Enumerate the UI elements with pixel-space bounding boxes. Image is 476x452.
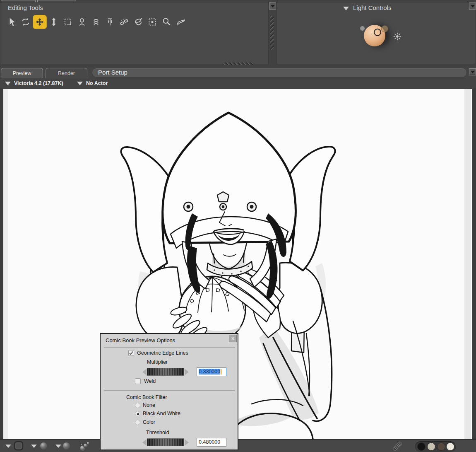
threshold-slider[interactable] [142,438,189,446]
foreground-color-swatch[interactable] [417,442,426,451]
tab-render[interactable]: Render [46,68,87,78]
actor-menu-label[interactable]: No Actor [86,80,108,86]
color-tool[interactable] [131,15,145,29]
slider-right-arrow[interactable] [185,439,189,446]
create-light-icon[interactable] [393,32,402,41]
view-magnifier-tool[interactable] [173,15,188,29]
light-indicator-1[interactable] [360,26,365,31]
text-caret [221,369,221,375]
multiplier-label: Multiplier [147,359,168,365]
hand-icon [175,17,185,27]
bend-tool[interactable] [89,15,103,29]
edit-pencil-icon[interactable] [390,440,404,452]
filter-group: Comic Book Filter None Black And White C… [104,393,235,449]
twist-icon [77,17,87,27]
close-icon[interactable]: × [229,335,237,342]
figure-style-icon[interactable] [40,442,47,450]
grouping-tool[interactable] [145,15,159,29]
selected-light-handle[interactable] [374,29,381,36]
slider-left-arrow[interactable] [142,439,147,446]
tab-preview[interactable]: Preview [1,68,43,78]
editing-tools-menu-button[interactable] [269,2,276,10]
light-indicator-2[interactable] [381,25,388,32]
editing-tools-panel: Editing Tools [0,2,269,64]
chevron-down-icon [271,5,275,7]
weld-checkbox[interactable] [135,378,141,384]
panel-splitter-horizontal[interactable] [224,63,253,65]
figure-menu-label[interactable]: Victoria 4.2 (17.87K) [14,80,63,86]
figure-menu[interactable] [5,82,11,85]
slider-right-arrow[interactable] [185,369,189,375]
check-icon [129,350,134,355]
filter-none-radio[interactable] [135,403,140,408]
editing-tools-title: Editing Tools [8,4,43,11]
select-tool[interactable] [5,15,19,29]
scale-tool[interactable] [61,15,75,29]
filter-black-and-white-label[interactable]: Black And White [143,411,180,416]
chevron-down-icon [5,445,11,448]
actor-menu[interactable] [77,82,83,85]
view-tab-row: Preview Render Port Setup [0,68,476,78]
comic-book-filter-label: Comic Book Filter [126,394,167,400]
multiplier-value: 0.330000 [199,369,220,375]
scale-icon [63,17,73,27]
light-controls-menu-button[interactable] [469,2,476,10]
threshold-input[interactable]: 0.480000 [197,438,226,447]
top-panel-area: Editing Tools [0,0,476,68]
ground-color-swatch[interactable] [446,442,454,451]
zoom-tool[interactable] [159,15,173,29]
chain-break-tool[interactable] [117,15,131,29]
geometric-edge-lines-checkbox[interactable] [128,350,134,356]
slider-track[interactable] [147,438,184,446]
shadow-color-swatch[interactable] [437,442,445,451]
background-color-swatch[interactable] [427,442,435,451]
threshold-value: 0.480000 [199,439,220,445]
chevron-down-icon [343,7,349,10]
translate-z-tool[interactable] [47,15,61,29]
comic-book-preview-options-dialog: Comic Book Preview Options × Geometric E… [100,333,238,450]
actor-selector-row: Victoria 4.2 (17.87K) No Actor [0,78,476,89]
style-cluster-icon[interactable] [79,440,91,452]
chevron-down-icon [471,5,475,7]
geometric-edge-lines-label: Geometric Edge Lines [137,350,188,356]
panel-splitter-vertical[interactable] [270,16,274,50]
poser-window: Editing Tools [0,0,476,452]
preview-menu-button[interactable] [469,68,476,75]
chevron-down-icon [5,82,11,85]
grouping-icon [147,17,157,27]
element-style-icon[interactable] [63,442,70,450]
port-setup-bar[interactable]: Port Setup [92,68,467,77]
filter-none-label[interactable]: None [143,402,155,408]
taper-tool[interactable] [103,15,117,29]
chevron-down-icon [55,445,61,448]
filter-color-label[interactable]: Color [143,419,155,425]
bend-icon [91,17,101,27]
translate-z-icon [49,17,59,27]
rotate-tool[interactable] [19,15,33,29]
color-swatch-pill [415,441,456,452]
twist-tool[interactable] [75,15,89,29]
threshold-label: Threshold [146,430,169,435]
chevron-down-icon [471,71,475,73]
editing-toolbar [5,15,188,29]
figure-style-menu[interactable] [31,445,37,448]
chain-break-icon [119,17,129,27]
paint-can-icon [133,17,143,27]
filter-color-radio[interactable] [135,420,140,425]
document-style-icon[interactable] [13,440,24,451]
chevron-down-icon [31,445,37,448]
slider-left-arrow[interactable] [142,369,147,375]
multiplier-input[interactable]: 0.330000 [197,367,226,376]
weld-label: Weld [144,378,156,384]
multiplier-slider[interactable] [142,368,189,376]
element-style-menu[interactable] [55,445,61,448]
magnifier-icon [161,17,171,27]
translate-icon [35,17,45,27]
light-controls-collapse[interactable] [343,7,349,10]
filter-black-and-white-radio[interactable] [135,411,140,416]
dialog-title: Comic Book Preview Options [106,337,175,343]
document-style-menu[interactable] [5,445,11,448]
helmet [121,113,335,289]
translate-tool[interactable] [33,15,47,29]
slider-track[interactable] [147,368,184,376]
